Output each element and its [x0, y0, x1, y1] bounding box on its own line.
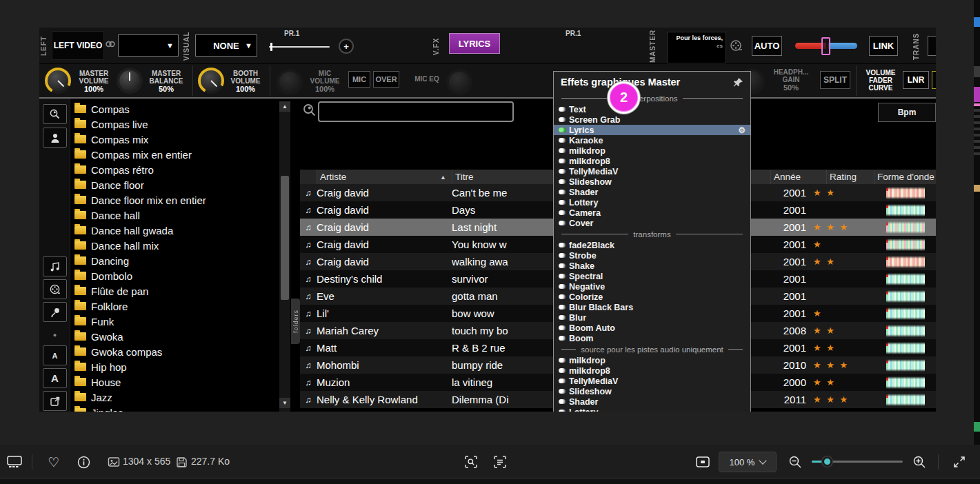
- mic-eq-knob[interactable]: [446, 69, 472, 95]
- column-year[interactable]: Année: [770, 170, 826, 184]
- add-visual-button[interactable]: +: [339, 39, 354, 54]
- video-filter-button[interactable]: [43, 279, 67, 299]
- folder-item[interactable]: Jazz: [71, 390, 279, 405]
- effect-item[interactable]: Blur Black Bars: [554, 302, 750, 312]
- folder-item[interactable]: Compas: [71, 101, 279, 117]
- effect-item[interactable]: Boom: [554, 333, 750, 343]
- effect-item[interactable]: milkdrop8: [554, 365, 750, 376]
- folder-item[interactable]: Compas live: [71, 117, 279, 132]
- zoom-slider-thumb[interactable]: [822, 456, 832, 467]
- effect-item[interactable]: Karaoke: [554, 135, 750, 145]
- left-video-button[interactable]: LEFT VIDEO: [52, 31, 104, 60]
- mic-volume-knob[interactable]: [277, 69, 303, 95]
- video-link-icon[interactable]: [105, 39, 116, 50]
- folder-item[interactable]: Hip hop: [71, 359, 279, 374]
- visual-param-slider[interactable]: [269, 42, 330, 52]
- effect-item[interactable]: Shader: [554, 396, 750, 407]
- font-large-button[interactable]: A: [43, 368, 67, 388]
- effect-item[interactable]: Camera: [554, 208, 750, 218]
- effect-item[interactable]: milkdrop: [554, 145, 750, 156]
- split-button[interactable]: SPLIT: [820, 71, 850, 89]
- effect-item[interactable]: Lottery: [554, 407, 750, 412]
- clipped-edge-button[interactable]: [928, 36, 936, 56]
- effect-item[interactable]: Blur: [554, 312, 750, 323]
- master-volume-knob[interactable]: [45, 68, 71, 94]
- master-video-preview[interactable]: Pour les forces, es: [667, 32, 726, 63]
- effect-item[interactable]: Boom Auto: [554, 323, 750, 333]
- effect-item[interactable]: Lyrics ⚙: [554, 125, 750, 135]
- booth-volume-knob[interactable]: [198, 68, 224, 94]
- folder-item[interactable]: Dance floor mix en entier: [71, 192, 279, 208]
- bpm-sort-button[interactable]: Bpm: [878, 103, 936, 122]
- effect-item[interactable]: Text: [554, 104, 750, 114]
- master-balance-knob[interactable]: [117, 68, 143, 94]
- folder-item[interactable]: Compas rétro: [71, 162, 279, 177]
- folder-item[interactable]: Dance hall gwada: [71, 223, 279, 238]
- folder-item[interactable]: Funk: [71, 314, 279, 329]
- effect-item[interactable]: Slideshow: [554, 386, 750, 396]
- effect-item[interactable]: TellyMediaV: [554, 166, 750, 177]
- filmstrip-toggle-button[interactable]: [6, 453, 23, 471]
- visual-search-button[interactable]: [462, 453, 480, 471]
- text-extract-button[interactable]: [491, 453, 509, 471]
- folders-tab[interactable]: folders: [291, 299, 300, 344]
- folder-item[interactable]: Dance hall mix: [71, 238, 279, 253]
- folder-item[interactable]: House: [71, 374, 279, 390]
- pin-icon[interactable]: [733, 77, 743, 88]
- folder-item[interactable]: Compas mix: [71, 132, 279, 147]
- font-small-button[interactable]: A: [43, 345, 67, 365]
- folder-item[interactable]: Dancing: [71, 253, 279, 268]
- info-button[interactable]: [74, 453, 92, 471]
- crossfader[interactable]: [795, 39, 857, 53]
- effect-item[interactable]: milkdrop: [554, 355, 750, 365]
- folder-item[interactable]: Dance hall: [71, 208, 279, 223]
- effect-item[interactable]: milkdrop8: [554, 156, 750, 166]
- scrollbar-thumb[interactable]: [281, 176, 289, 300]
- link-button[interactable]: LINK: [869, 36, 898, 56]
- folder-item[interactable]: Flûte de pan: [71, 283, 279, 299]
- auto-button[interactable]: AUTO: [752, 36, 782, 56]
- effect-item[interactable]: Screen Grab: [554, 114, 750, 125]
- effect-item[interactable]: Colorize: [554, 292, 750, 302]
- search-filter-button[interactable]: [43, 104, 67, 124]
- effect-item[interactable]: Slideshow: [554, 177, 750, 187]
- folder-scrollbar[interactable]: ▲ ▼: [279, 101, 290, 412]
- column-waveform[interactable]: Forme d'onde: [874, 170, 936, 184]
- karaoke-filter-button[interactable]: [43, 302, 67, 322]
- zoom-percent-dropdown[interactable]: 100 %: [719, 452, 777, 472]
- over-button[interactable]: OVER: [373, 71, 399, 88]
- effect-item[interactable]: Lottery: [554, 197, 750, 208]
- folder-item[interactable]: Folklore: [71, 299, 279, 314]
- lnr-button[interactable]: LNR: [903, 71, 929, 89]
- folder-item[interactable]: Compas mix en entier: [71, 147, 279, 162]
- effect-item[interactable]: TellyMediaV: [554, 376, 750, 386]
- clipped-curve-button[interactable]: [932, 71, 936, 89]
- effect-item[interactable]: fade2Black: [554, 240, 750, 250]
- effect-item[interactable]: Strobe: [554, 250, 750, 261]
- folder-item[interactable]: Dance floor: [71, 177, 279, 192]
- effect-item[interactable]: Cover: [554, 218, 750, 228]
- scroll-up-button[interactable]: ▲: [279, 101, 290, 112]
- mic-button[interactable]: MIC: [348, 71, 370, 88]
- record-dot-icon[interactable]: ●: [43, 325, 67, 345]
- visual-dropdown[interactable]: NONE ▼: [195, 34, 257, 57]
- user-filter-button[interactable]: [43, 128, 67, 148]
- favorite-heart-button[interactable]: ♡: [45, 453, 63, 471]
- film-reel-icon[interactable]: [730, 39, 742, 52]
- fit-to-window-button[interactable]: [694, 453, 712, 471]
- fullscreen-button[interactable]: [950, 453, 968, 471]
- column-artist[interactable]: Artiste▲: [317, 170, 452, 184]
- zoom-in-button[interactable]: [910, 453, 928, 471]
- vfx-lyrics-button[interactable]: LYRICS: [449, 33, 500, 54]
- popout-browser-button[interactable]: [43, 391, 67, 411]
- folder-item[interactable]: Jingles: [71, 405, 279, 412]
- effect-item[interactable]: Shader: [554, 187, 750, 197]
- effect-item[interactable]: Negative: [554, 281, 750, 292]
- crossfader-handle[interactable]: [821, 37, 830, 55]
- column-rating[interactable]: Rating: [826, 170, 874, 184]
- folder-item[interactable]: Gwoka: [71, 329, 279, 344]
- zoom-out-button[interactable]: [786, 453, 804, 471]
- folder-item[interactable]: Dombolo: [71, 268, 279, 283]
- zoom-slider[interactable]: [812, 461, 903, 463]
- gear-icon[interactable]: ⚙: [738, 126, 746, 134]
